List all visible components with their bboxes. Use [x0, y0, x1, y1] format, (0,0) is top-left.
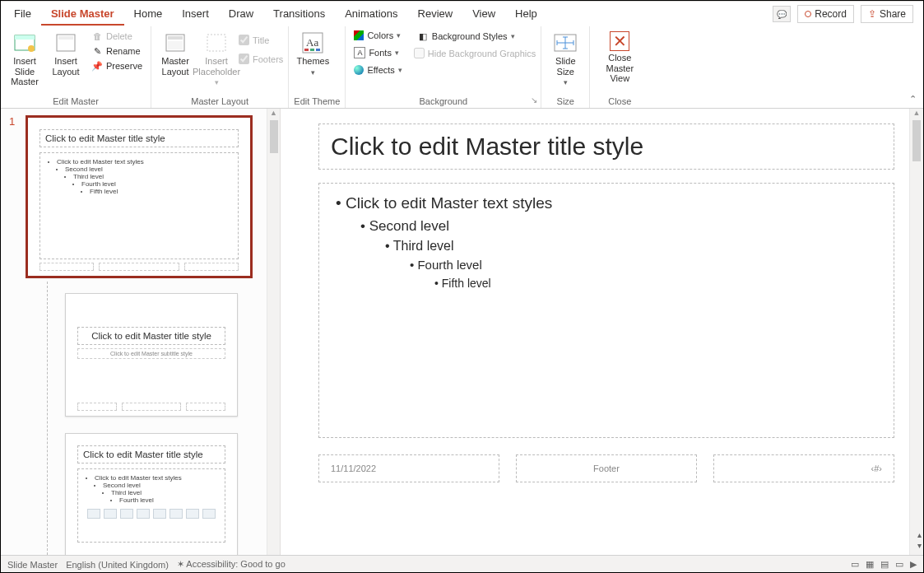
- thumbnail-pane: 1 Click to edit Master title style Click…: [1, 109, 281, 555]
- slide-size-icon: [554, 31, 577, 54]
- svg-rect-4: [58, 36, 73, 40]
- slide-master-icon: [13, 31, 36, 54]
- tab-home[interactable]: Home: [124, 3, 173, 26]
- themes-button[interactable]: Aa Themes▾: [294, 30, 332, 77]
- bg-styles-icon: ◧: [417, 30, 429, 42]
- svg-rect-7: [168, 41, 183, 49]
- group-master-layout: Master Layout Insert Placeholder▾ Title …: [151, 26, 289, 108]
- share-button[interactable]: ⇪Share: [861, 5, 913, 23]
- svg-rect-13: [316, 49, 320, 51]
- view-slideshow-icon[interactable]: ▶: [910, 559, 917, 570]
- group-label-edit-master: Edit Master: [6, 95, 146, 106]
- view-reading-icon[interactable]: ▭: [895, 559, 903, 570]
- status-lang[interactable]: English (United Kingdom): [66, 560, 169, 570]
- background-dialog-launcher[interactable]: ↘: [531, 96, 537, 105]
- group-label-master-layout: Master Layout: [156, 95, 283, 106]
- delete-button: 🗑Delete: [88, 30, 146, 43]
- title-placeholder[interactable]: Click to edit Master title style: [318, 123, 894, 170]
- colors-icon: [354, 30, 364, 40]
- master-layout-button[interactable]: Master Layout: [156, 30, 194, 77]
- view-sorter-icon[interactable]: ▤: [880, 559, 889, 570]
- date-placeholder[interactable]: 11/11/2022: [318, 454, 499, 482]
- slide-edit-area: Click to edit Master title style Click t…: [281, 109, 923, 555]
- title-checkbox: Title: [239, 35, 283, 45]
- tab-draw[interactable]: Draw: [219, 3, 263, 26]
- slide-canvas[interactable]: Click to edit Master title style Click t…: [318, 123, 894, 535]
- thumbnail-layout-title[interactable]: Click to edit Master title style Click t…: [65, 293, 238, 417]
- insert-layout-button[interactable]: Insert Layout: [47, 30, 85, 77]
- tab-insert[interactable]: Insert: [172, 3, 219, 26]
- tree-line: [47, 282, 48, 555]
- svg-rect-12: [310, 49, 314, 51]
- status-bar: Slide Master English (United Kingdom) ✶ …: [1, 555, 923, 573]
- insert-placeholder-button[interactable]: Insert Placeholder▾: [197, 30, 235, 87]
- svg-text:Aa: Aa: [306, 36, 318, 49]
- thumb-body: Click to edit Master text styles Second …: [39, 152, 239, 259]
- thumb-title: Click to edit Master title style: [39, 129, 239, 147]
- placeholder-icon: [205, 31, 228, 54]
- comments-button[interactable]: 💬: [773, 6, 791, 22]
- rename-icon: ✎: [91, 45, 103, 57]
- group-edit-theme: Aa Themes▾ Edit Theme: [289, 26, 346, 108]
- close-master-button[interactable]: ✕ Close Master View: [595, 30, 644, 84]
- group-label-size: Size: [546, 95, 584, 106]
- delete-icon: 🗑: [91, 30, 103, 42]
- tab-transitions[interactable]: Transitions: [263, 3, 335, 26]
- svg-point-2: [28, 45, 35, 52]
- view-normal-icon[interactable]: ▦: [866, 559, 874, 570]
- slide-size-button[interactable]: Slide Size▾: [546, 30, 584, 87]
- svg-rect-8: [207, 35, 225, 51]
- body-placeholder[interactable]: Click to edit Master text styles Second …: [318, 183, 894, 438]
- collapse-ribbon-button[interactable]: ⌃: [909, 94, 917, 105]
- effects-icon: [354, 65, 364, 75]
- effects-button[interactable]: Effects ▾: [351, 64, 405, 76]
- thumbnail-layout-content[interactable]: Click to edit Master title style Click t…: [65, 433, 238, 555]
- preserve-button[interactable]: 📌Preserve: [88, 59, 146, 72]
- group-edit-master: Insert Slide Master Insert Layout 🗑Delet…: [1, 26, 151, 108]
- slide-number-placeholder[interactable]: ‹#›: [713, 454, 894, 482]
- layout-icon: [54, 31, 77, 54]
- svg-rect-11: [304, 49, 309, 51]
- fonts-button[interactable]: AFonts ▾: [351, 46, 405, 59]
- fonts-icon: A: [354, 47, 365, 58]
- background-styles-button[interactable]: ◧Background Styles ▾: [414, 30, 536, 43]
- svg-rect-6: [168, 36, 183, 40]
- insert-slide-master-button[interactable]: Insert Slide Master: [6, 30, 44, 87]
- status-view: Slide Master: [7, 560, 58, 570]
- menu-tabs: File Slide Master Home Insert Draw Trans…: [1, 2, 923, 26]
- master-index: 1: [9, 115, 15, 128]
- tab-file[interactable]: File: [4, 3, 41, 26]
- workspace: 1 Click to edit Master title style Click…: [1, 109, 923, 555]
- footers-checkbox: Footers: [239, 54, 283, 64]
- tab-slide-master[interactable]: Slide Master: [41, 3, 124, 26]
- content-icons: [85, 509, 218, 519]
- group-background: Colors ▾ AFonts ▾ Effects ▾ ◧Background …: [346, 26, 541, 108]
- record-icon: [805, 11, 811, 17]
- svg-rect-1: [15, 35, 35, 40]
- record-button[interactable]: Record: [797, 5, 854, 23]
- slide-scrollbar[interactable]: ▲: [909, 109, 923, 555]
- thumbnail-master[interactable]: Click to edit Master title style Click t…: [27, 117, 251, 277]
- group-close: ✕ Close Master View Close: [590, 26, 649, 108]
- nav-arrows[interactable]: ▴▾: [917, 530, 922, 550]
- status-accessibility[interactable]: ✶ Accessibility: Good to go: [177, 559, 286, 570]
- display-settings[interactable]: ▭: [851, 559, 859, 570]
- tab-view[interactable]: View: [462, 3, 505, 26]
- ribbon: Insert Slide Master Insert Layout 🗑Delet…: [1, 26, 923, 109]
- group-label-close: Close: [595, 95, 644, 106]
- master-layout-icon: [164, 31, 187, 54]
- thumbnail-scrollbar[interactable]: ▲: [267, 109, 280, 555]
- tab-review[interactable]: Review: [408, 3, 463, 26]
- group-label-edit-theme: Edit Theme: [294, 95, 340, 106]
- close-icon: ✕: [610, 31, 629, 51]
- group-label-background: Background: [351, 95, 536, 106]
- themes-icon: Aa: [301, 31, 324, 54]
- rename-button[interactable]: ✎Rename: [88, 44, 146, 58]
- hide-bg-checkbox: Hide Background Graphics: [414, 48, 536, 58]
- colors-button[interactable]: Colors ▾: [351, 30, 405, 41]
- share-icon: ⇪: [868, 8, 876, 20]
- tab-animations[interactable]: Animations: [335, 3, 407, 26]
- footer-placeholder[interactable]: Footer: [516, 454, 697, 482]
- tab-help[interactable]: Help: [505, 3, 547, 26]
- preserve-icon: 📌: [91, 60, 103, 72]
